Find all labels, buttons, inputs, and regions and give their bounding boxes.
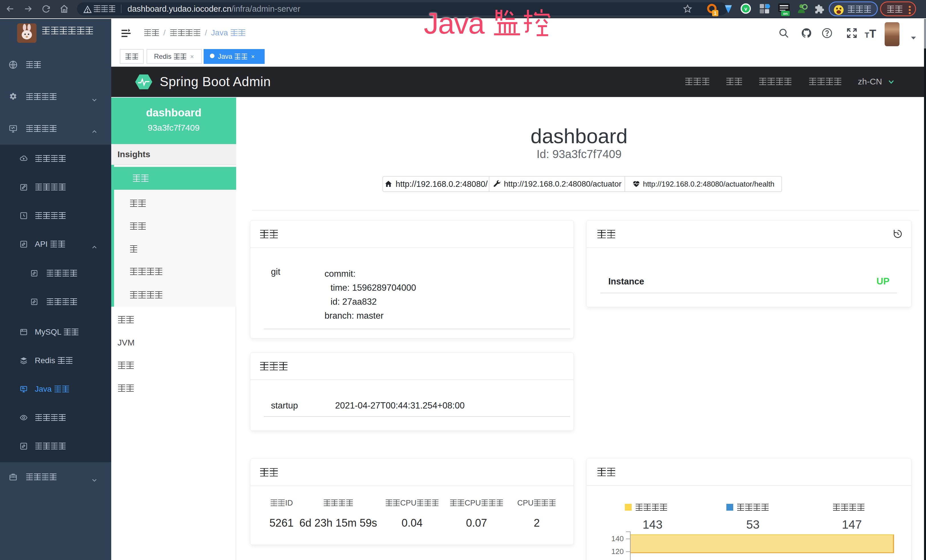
svg-text:1: 1 (714, 11, 716, 16)
svg-text:on: on (783, 11, 788, 16)
svg-text:v: v (744, 6, 747, 12)
